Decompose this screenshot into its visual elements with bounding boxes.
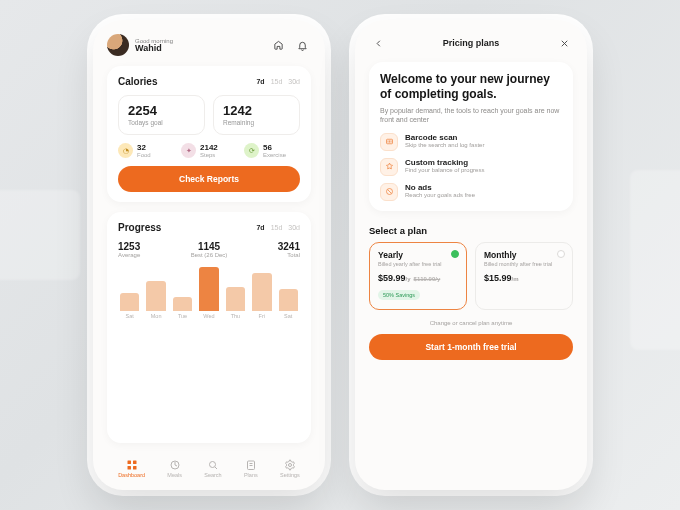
total-label: Total — [278, 252, 300, 258]
feature-noads-title: No ads — [405, 183, 475, 192]
plan-yearly-price: $59.99 — [378, 273, 406, 283]
bell-icon[interactable] — [293, 36, 311, 54]
range-7d[interactable]: 7d — [256, 78, 264, 85]
bar-thu: Thu — [226, 287, 245, 319]
svg-rect-0 — [127, 461, 131, 465]
prange-15d[interactable]: 15d — [271, 224, 283, 231]
select-plan-title: Select a plan — [369, 225, 573, 236]
bar-label: Tue — [178, 313, 187, 319]
food-chip: ◔ 32Food — [118, 143, 174, 158]
calories-card: Calories 7d 15d 30d 2254 Todays goal 124… — [107, 66, 311, 202]
plan-monthly[interactable]: Monthly Billed monthly after free trial … — [475, 242, 573, 311]
range-30d[interactable]: 30d — [288, 78, 300, 85]
feature-barcode-sub: Skip the search and log faster — [405, 142, 484, 148]
bar-label: Sat — [284, 313, 292, 319]
bar-fill — [279, 289, 298, 311]
feature-tracking: Custom trackingFind your balance of prog… — [380, 158, 562, 176]
home-icon[interactable] — [269, 36, 287, 54]
avg-value: 1253 — [118, 241, 140, 252]
plan-monthly-radio[interactable] — [557, 250, 565, 258]
bar-label: Fri — [259, 313, 265, 319]
best-label: Best (26 Dec) — [191, 252, 228, 258]
check-reports-button[interactable]: Check Reports — [118, 166, 300, 192]
bar-label: Sat — [126, 313, 134, 319]
plan-monthly-per: /m — [512, 276, 519, 282]
bar-fill — [173, 297, 192, 311]
noads-icon — [380, 183, 398, 201]
pricing-header: Pricing plans — [369, 34, 573, 52]
steps-chip: ✦ 2142Steps — [181, 143, 237, 158]
food-icon: ◔ — [118, 143, 133, 158]
tab-plans[interactable]: Plans — [244, 459, 258, 478]
steps-icon: ✦ — [181, 143, 196, 158]
bar-fill — [146, 281, 165, 311]
bar-label: Mon — [151, 313, 162, 319]
remaining-value: 1242 — [223, 104, 290, 117]
tab-dashboard[interactable]: Dashboard — [118, 459, 145, 478]
svg-point-7 — [288, 464, 291, 467]
calories-title: Calories — [118, 76, 256, 87]
close-icon[interactable] — [555, 34, 573, 52]
bar-fill — [120, 293, 139, 311]
feature-barcode: Barcode scanSkip the search and log fast… — [380, 133, 562, 151]
feature-noads: No adsReach your goals ads free — [380, 183, 562, 201]
bar-fill — [226, 287, 245, 311]
greeting-name: Wahid — [135, 44, 263, 53]
plan-yearly-bill: Billed yearly after free trial — [378, 261, 458, 268]
bar-wed: Wed — [199, 267, 218, 319]
tab-meals-label: Meals — [167, 472, 182, 478]
feature-tracking-title: Custom tracking — [405, 158, 484, 167]
bar-fill — [199, 267, 218, 311]
tab-meals[interactable]: Meals — [167, 459, 182, 478]
svg-rect-3 — [133, 466, 137, 470]
feature-noads-sub: Reach your goals ads free — [405, 192, 475, 198]
plan-yearly-name: Yearly — [378, 250, 458, 260]
avatar[interactable] — [107, 34, 129, 56]
plan-yearly-strike: $119.99/y — [414, 276, 441, 282]
prange-7d[interactable]: 7d — [256, 224, 264, 231]
goal-value: 2254 — [128, 104, 195, 117]
greeting: Good morning Wahid — [135, 38, 263, 53]
progress-title: Progress — [118, 222, 256, 233]
avg-label: Average — [118, 252, 140, 258]
tab-bar: Dashboard Meals Search Plans Settings — [107, 453, 311, 480]
tab-search[interactable]: Search — [204, 459, 221, 478]
remaining-label: Remaining — [223, 119, 290, 126]
exercise-chip: ⟳ 56Exercise — [244, 143, 300, 158]
tab-dashboard-label: Dashboard — [118, 472, 145, 478]
back-icon[interactable] — [369, 34, 387, 52]
range-15d[interactable]: 15d — [271, 78, 283, 85]
plan-yearly[interactable]: Yearly Billed yearly after free trial $5… — [369, 242, 467, 311]
svg-rect-1 — [133, 461, 137, 465]
pricing-title: Pricing plans — [387, 38, 555, 48]
bar-tue: Tue — [173, 297, 192, 319]
exercise-icon: ⟳ — [244, 143, 259, 158]
tab-settings[interactable]: Settings — [280, 459, 300, 478]
total-value: 3241 — [278, 241, 300, 252]
best-value: 1145 — [191, 241, 228, 252]
progress-chart: SatMonTueWedThuFriSat — [118, 264, 300, 319]
remaining-box: 1242 Remaining — [213, 95, 300, 135]
feature-tracking-sub: Find your balance of progress — [405, 167, 484, 173]
header: Good morning Wahid — [107, 34, 311, 56]
exercise-value: 56 — [263, 144, 286, 152]
steps-label: Steps — [200, 152, 218, 158]
barcode-icon — [380, 133, 398, 151]
prange-30d[interactable]: 30d — [288, 224, 300, 231]
welcome-subtitle: By popular demand, the tools to reach yo… — [380, 106, 562, 125]
bar-mon: Mon — [146, 281, 165, 319]
dashboard-screen: Good morning Wahid Calories 7d 15d 30d 2… — [93, 20, 325, 490]
savings-badge: 50% Savings — [378, 290, 420, 300]
start-trial-button[interactable]: Start 1-month free trial — [369, 334, 573, 360]
food-label: Food — [137, 152, 151, 158]
bar-fri: Fri — [252, 273, 271, 319]
tab-settings-label: Settings — [280, 472, 300, 478]
feature-barcode-title: Barcode scan — [405, 133, 484, 142]
bar-fill — [252, 273, 271, 311]
steps-value: 2142 — [200, 144, 218, 152]
tab-plans-label: Plans — [244, 472, 258, 478]
plan-yearly-radio[interactable] — [451, 250, 459, 258]
pricing-screen: Pricing plans Welcome to your new journe… — [355, 20, 587, 490]
tab-search-label: Search — [204, 472, 221, 478]
calories-range: 7d 15d 30d — [256, 78, 300, 85]
